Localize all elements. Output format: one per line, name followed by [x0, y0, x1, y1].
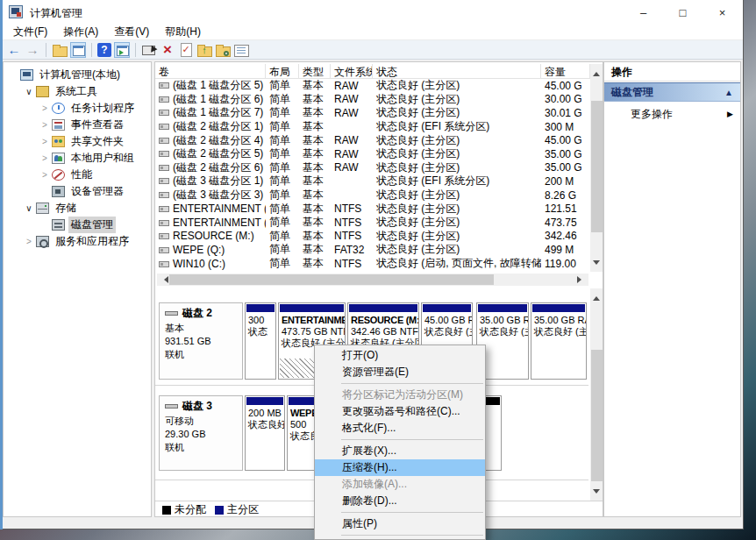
volume-cell-2: RAW [331, 93, 373, 105]
volume-cell-4: 119.00 [541, 258, 590, 270]
scroll-left-icon[interactable] [160, 276, 168, 283]
back-icon[interactable]: ← [6, 42, 22, 58]
show-console-tree-icon[interactable] [114, 42, 130, 58]
context-menu-item-5[interactable]: 格式化(F)... [315, 420, 485, 437]
delete-icon[interactable]: × [160, 42, 175, 58]
context-menu-item-1[interactable]: 资源管理器(E) [315, 364, 485, 380]
column-header-1[interactable]: 布局 [266, 64, 299, 78]
help-icon[interactable]: ? [97, 43, 111, 57]
volume-row-6[interactable]: (磁盘 2 磁盘分区 6)简单基本RAW状态良好 (主分区)35.00 G [155, 161, 590, 175]
scrollbar-thumb[interactable] [591, 101, 603, 232]
volume-cell-0: 简单 [266, 133, 299, 148]
volume-row-5[interactable]: (磁盘 2 磁盘分区 5)简单基本RAW状态良好 (主分区)35.00 G [155, 147, 590, 161]
scroll-down-icon[interactable] [593, 489, 600, 497]
maximize-button[interactable]: □ [663, 0, 703, 25]
context-menu-item-4[interactable]: 更改驱动器号和路径(C)... [315, 403, 485, 420]
tree-expander-icon[interactable]: > [39, 170, 51, 180]
menubar-item-0[interactable]: 文件(F) [5, 25, 55, 39]
scroll-up-icon[interactable] [593, 68, 600, 76]
disk-management-icon [52, 219, 65, 231]
actions-panel: 操作 磁盘管理 ▲ 更多操作 ▶ [603, 61, 741, 517]
folder-search-icon[interactable] [215, 42, 231, 58]
volume-row-2[interactable]: (磁盘 1 磁盘分区 7)简单基本RAW状态良好 (主分区)30.01 G [155, 106, 590, 120]
console-window-icon[interactable] [70, 42, 86, 58]
tree-expander-icon[interactable]: > [39, 103, 51, 113]
context-menu-item-8[interactable]: 压缩卷(H)... [315, 459, 485, 476]
volume-row-9[interactable]: ENTERTAINMENT (D:)简单基本NTFS状态良好 (主分区)121.… [155, 202, 590, 216]
volume-row-4[interactable]: (磁盘 2 磁盘分区 4)简单基本RAW状态良好 (主分区)45.00 G [155, 133, 590, 147]
display-pointer-icon[interactable] [141, 42, 157, 58]
column-header-5[interactable]: 容量 [541, 64, 590, 78]
partition-info-line: 状态良好 [248, 419, 282, 430]
disk-kind: 可移动 [165, 415, 237, 428]
disk-2-partition-0[interactable]: 300状态 [245, 302, 276, 380]
open-folder-icon[interactable] [52, 42, 68, 58]
title-bar[interactable]: 计算机管理 – □ × [0, 0, 743, 25]
column-header-2[interactable]: 类型 [299, 64, 331, 78]
menubar-item-1[interactable]: 操作(A) [55, 25, 106, 39]
context-menu-item-12[interactable]: 属性(P) [315, 515, 485, 532]
context-menu-item-0[interactable]: 打开(O) [315, 347, 485, 364]
volume-row-3[interactable]: (磁盘 2 磁盘分区 1)简单基本状态良好 (EFI 系统分区)300 M [155, 120, 590, 134]
actions-group-disk-management[interactable]: 磁盘管理 ▲ [604, 82, 740, 102]
volume-row-0[interactable]: (磁盘 1 磁盘分区 5)简单基本RAW状态良好 (主分区)45.00 G [155, 79, 590, 93]
volume-cell-1: 基本 [299, 105, 331, 120]
tree-item-5[interactable]: >本地用户和组 [4, 150, 151, 167]
tree-item-7[interactable]: 设备管理器 [4, 183, 151, 200]
volume-row-10[interactable]: ENTERTAINMENT (L:)简单基本NTFS状态良好 (主分区)473.… [155, 216, 590, 230]
tree-item-8[interactable]: ∨存储 [4, 200, 151, 217]
volume-name-cell: (磁盘 1 磁盘分区 7) [155, 105, 266, 120]
context-menu-item-10[interactable]: 删除卷(D)... [315, 493, 485, 509]
volume-row-7[interactable]: (磁盘 3 磁盘分区 1)简单基本状态良好 (EFI 系统分区)200 M [155, 174, 590, 188]
tree-item-4[interactable]: >共享文件夹 [4, 133, 151, 150]
volume-icon [159, 247, 169, 253]
volume-row-8[interactable]: (磁盘 3 磁盘分区 3)简单基本状态良好 (主分区)8.26 G [155, 188, 590, 202]
folder-up-icon[interactable]: ↑ [196, 42, 212, 58]
disk-3-partition-0[interactable]: 200 MB状态良好 [245, 395, 285, 471]
tree-item-3[interactable]: >事件查看器 [4, 117, 151, 133]
tree-expander-icon[interactable]: > [39, 137, 51, 146]
volume-row-12[interactable]: WEPE (Q:)简单基本FAT32状态良好 (主分区)499 M [155, 243, 590, 257]
tree-item-6[interactable]: >性能 [4, 167, 151, 183]
context-menu-item-7[interactable]: 扩展卷(X)... [315, 443, 485, 459]
toolbar: ←→?×✓↑ [0, 40, 743, 60]
tree-item-1[interactable]: ∨系统工具 [4, 83, 151, 100]
tree-expander-icon[interactable]: > [23, 237, 35, 246]
disk-label-box[interactable]: 磁盘 3可移动29.30 GB联机 [159, 395, 243, 471]
volume-name-cell: (磁盘 2 磁盘分区 1) [155, 119, 266, 134]
check-document-icon[interactable]: ✓ [178, 42, 194, 58]
services-icon [36, 236, 49, 247]
column-header-3[interactable]: 文件系统 [331, 64, 373, 78]
scrollbar-thumb[interactable] [591, 350, 603, 481]
tree-item-10[interactable]: >服务和应用程序 [4, 233, 151, 250]
volume-row-1[interactable]: (磁盘 1 磁盘分区 6)简单基本RAW状态良好 (主分区)30.00 G [155, 93, 590, 107]
volume-row-11[interactable]: RESOURCE (M:)简单基本NTFS状态良好 (主分区)342.46 [155, 230, 590, 244]
disk-view-vscrollbar[interactable] [590, 288, 603, 501]
tree-expander-icon[interactable]: > [39, 153, 51, 163]
scroll-down-icon[interactable] [593, 260, 600, 268]
details-view-icon[interactable] [233, 42, 249, 58]
column-header-4[interactable]: 状态 [373, 64, 541, 78]
volume-table-vscrollbar[interactable] [590, 64, 603, 272]
volume-table-hscrollbar[interactable] [157, 274, 588, 286]
close-button[interactable]: × [703, 0, 742, 25]
volume-row-13[interactable]: WIN10 (C:)简单基本NTFS状态良好 (启动, 页面文件, 故障转储, … [155, 257, 590, 271]
disk-label-box[interactable]: 磁盘 2基本931.51 GB联机 [159, 302, 243, 380]
minimize-button[interactable]: – [624, 0, 663, 25]
forward-icon[interactable]: → [25, 42, 40, 58]
tree-expander-icon[interactable]: ∨ [23, 87, 35, 96]
scrollbar-thumb[interactable] [169, 274, 494, 285]
disk-2-partition-5[interactable]: 35.00 GB RAW状态良好 (主分区) [531, 302, 587, 380]
column-header-0[interactable]: 卷 [155, 64, 266, 78]
tree-item-2[interactable]: >任务计划程序 [4, 100, 151, 117]
more-actions-item[interactable]: 更多操作 ▶ [604, 104, 740, 124]
tree-expander-icon[interactable]: > [39, 120, 51, 130]
scroll-up-icon[interactable] [593, 293, 600, 301]
menubar-item-3[interactable]: 帮助(H) [157, 25, 209, 39]
menubar-item-2[interactable]: 查看(V) [106, 25, 157, 39]
tree-expander-icon[interactable]: ∨ [23, 203, 35, 213]
scroll-right-icon[interactable] [577, 276, 585, 283]
collapse-icon[interactable]: ▲ [724, 88, 733, 97]
tree-item-9[interactable]: 磁盘管理 [4, 217, 151, 233]
tree-item-0[interactable]: 计算机管理(本地) [4, 67, 151, 83]
